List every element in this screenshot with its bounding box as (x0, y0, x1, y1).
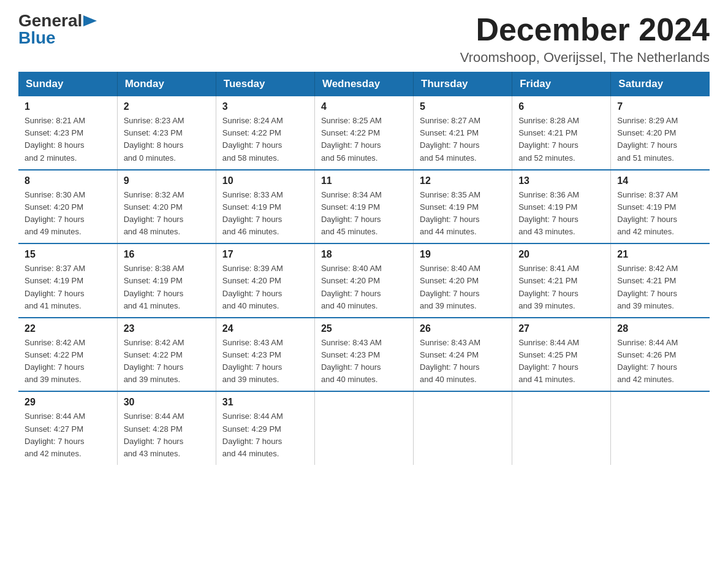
day-number: 12 (420, 175, 506, 186)
calendar-cell: 23 Sunrise: 8:42 AM Sunset: 4:22 PM Dayl… (117, 318, 216, 392)
calendar-cell: 2 Sunrise: 8:23 AM Sunset: 4:23 PM Dayli… (117, 96, 216, 170)
day-number: 18 (321, 249, 407, 260)
calendar-cell: 30 Sunrise: 8:44 AM Sunset: 4:28 PM Dayl… (117, 391, 216, 465)
day-info: Sunrise: 8:29 AM Sunset: 4:20 PM Dayligh… (617, 115, 703, 164)
day-number: 4 (321, 101, 407, 112)
day-number: 17 (222, 249, 308, 260)
day-number: 29 (25, 397, 111, 408)
calendar-cell: 24 Sunrise: 8:43 AM Sunset: 4:23 PM Dayl… (216, 318, 314, 392)
day-info: Sunrise: 8:44 AM Sunset: 4:29 PM Dayligh… (222, 410, 308, 460)
calendar-cell (414, 391, 512, 465)
day-info: Sunrise: 8:40 AM Sunset: 4:20 PM Dayligh… (321, 262, 407, 312)
calendar-cell: 9 Sunrise: 8:32 AM Sunset: 4:20 PM Dayli… (117, 170, 216, 244)
day-info: Sunrise: 8:42 AM Sunset: 4:21 PM Dayligh… (617, 262, 703, 312)
calendar-cell: 26 Sunrise: 8:43 AM Sunset: 4:24 PM Dayl… (414, 318, 512, 392)
calendar-cell: 29 Sunrise: 8:44 AM Sunset: 4:27 PM Dayl… (18, 391, 117, 465)
svg-marker-0 (83, 15, 97, 26)
calendar-week-row: 15 Sunrise: 8:37 AM Sunset: 4:19 PM Dayl… (18, 243, 710, 318)
calendar-week-row: 8 Sunrise: 8:30 AM Sunset: 4:20 PM Dayli… (18, 170, 710, 244)
day-info: Sunrise: 8:43 AM Sunset: 4:23 PM Dayligh… (222, 337, 308, 386)
day-info: Sunrise: 8:27 AM Sunset: 4:21 PM Dayligh… (420, 115, 506, 164)
calendar-cell: 20 Sunrise: 8:41 AM Sunset: 4:21 PM Dayl… (512, 243, 611, 318)
logo-general-text: General (18, 12, 82, 29)
calendar-cell: 10 Sunrise: 8:33 AM Sunset: 4:19 PM Dayl… (216, 170, 314, 244)
day-info: Sunrise: 8:25 AM Sunset: 4:22 PM Dayligh… (321, 115, 407, 164)
day-number: 31 (222, 397, 308, 408)
day-info: Sunrise: 8:23 AM Sunset: 4:23 PM Dayligh… (124, 115, 210, 164)
logo: General Blue (18, 12, 97, 47)
calendar-cell: 14 Sunrise: 8:37 AM Sunset: 4:19 PM Dayl… (611, 170, 710, 244)
calendar-cell: 8 Sunrise: 8:30 AM Sunset: 4:20 PM Dayli… (18, 170, 117, 244)
day-number: 9 (124, 175, 210, 186)
day-number: 3 (222, 101, 308, 112)
day-number: 8 (25, 175, 111, 186)
day-number: 1 (25, 101, 111, 112)
day-info: Sunrise: 8:34 AM Sunset: 4:19 PM Dayligh… (321, 189, 407, 239)
day-info: Sunrise: 8:35 AM Sunset: 4:19 PM Dayligh… (420, 189, 506, 239)
day-info: Sunrise: 8:42 AM Sunset: 4:22 PM Dayligh… (124, 337, 210, 386)
calendar-cell: 7 Sunrise: 8:29 AM Sunset: 4:20 PM Dayli… (611, 96, 710, 170)
day-number: 11 (321, 175, 407, 186)
calendar-cell: 31 Sunrise: 8:44 AM Sunset: 4:29 PM Dayl… (216, 391, 314, 465)
month-title: December 2024 (460, 12, 710, 47)
calendar-cell: 15 Sunrise: 8:37 AM Sunset: 4:19 PM Dayl… (18, 243, 117, 318)
calendar-cell: 16 Sunrise: 8:38 AM Sunset: 4:19 PM Dayl… (117, 243, 216, 318)
page-header: General Blue December 2024 Vroomshoop, O… (18, 12, 710, 66)
day-info: Sunrise: 8:44 AM Sunset: 4:27 PM Dayligh… (25, 410, 111, 460)
day-number: 13 (518, 175, 604, 186)
calendar-cell: 19 Sunrise: 8:40 AM Sunset: 4:20 PM Dayl… (414, 243, 512, 318)
calendar-cell: 4 Sunrise: 8:25 AM Sunset: 4:22 PM Dayli… (314, 96, 413, 170)
title-block: December 2024 Vroomshoop, Overijssel, Th… (460, 12, 710, 66)
day-info: Sunrise: 8:24 AM Sunset: 4:22 PM Dayligh… (222, 115, 308, 164)
day-number: 20 (518, 249, 604, 260)
day-info: Sunrise: 8:43 AM Sunset: 4:23 PM Dayligh… (321, 337, 407, 386)
day-info: Sunrise: 8:44 AM Sunset: 4:28 PM Dayligh… (124, 410, 210, 460)
day-number: 25 (321, 323, 407, 334)
calendar-cell (611, 391, 710, 465)
calendar-week-row: 22 Sunrise: 8:42 AM Sunset: 4:22 PM Dayl… (18, 318, 710, 392)
location-text: Vroomshoop, Overijssel, The Netherlands (460, 50, 710, 66)
day-info: Sunrise: 8:39 AM Sunset: 4:20 PM Dayligh… (222, 262, 308, 312)
column-header-friday: Friday (512, 72, 611, 96)
day-number: 30 (124, 397, 210, 408)
day-info: Sunrise: 8:42 AM Sunset: 4:22 PM Dayligh… (25, 337, 111, 386)
calendar-cell: 21 Sunrise: 8:42 AM Sunset: 4:21 PM Dayl… (611, 243, 710, 318)
day-number: 28 (617, 323, 703, 334)
day-number: 6 (518, 101, 604, 112)
day-number: 27 (518, 323, 604, 334)
calendar-cell: 3 Sunrise: 8:24 AM Sunset: 4:22 PM Dayli… (216, 96, 314, 170)
day-number: 5 (420, 101, 506, 112)
day-number: 16 (124, 249, 210, 260)
column-header-tuesday: Tuesday (216, 72, 314, 96)
day-info: Sunrise: 8:37 AM Sunset: 4:19 PM Dayligh… (617, 189, 703, 239)
day-number: 15 (25, 249, 111, 260)
calendar-cell: 17 Sunrise: 8:39 AM Sunset: 4:20 PM Dayl… (216, 243, 314, 318)
day-info: Sunrise: 8:28 AM Sunset: 4:21 PM Dayligh… (518, 115, 604, 164)
day-info: Sunrise: 8:32 AM Sunset: 4:20 PM Dayligh… (124, 189, 210, 239)
day-number: 2 (124, 101, 210, 112)
calendar-cell: 22 Sunrise: 8:42 AM Sunset: 4:22 PM Dayl… (18, 318, 117, 392)
day-number: 14 (617, 175, 703, 186)
calendar-cell: 28 Sunrise: 8:44 AM Sunset: 4:26 PM Dayl… (611, 318, 710, 392)
day-info: Sunrise: 8:38 AM Sunset: 4:19 PM Dayligh… (124, 262, 210, 312)
day-info: Sunrise: 8:44 AM Sunset: 4:25 PM Dayligh… (518, 337, 604, 386)
day-number: 21 (617, 249, 703, 260)
day-info: Sunrise: 8:21 AM Sunset: 4:23 PM Dayligh… (25, 115, 111, 164)
calendar-cell: 25 Sunrise: 8:43 AM Sunset: 4:23 PM Dayl… (314, 318, 413, 392)
day-number: 23 (124, 323, 210, 334)
calendar-table: SundayMondayTuesdayWednesdayThursdayFrid… (18, 72, 710, 465)
calendar-cell: 1 Sunrise: 8:21 AM Sunset: 4:23 PM Dayli… (18, 96, 117, 170)
calendar-week-row: 29 Sunrise: 8:44 AM Sunset: 4:27 PM Dayl… (18, 391, 710, 465)
calendar-cell: 12 Sunrise: 8:35 AM Sunset: 4:19 PM Dayl… (414, 170, 512, 244)
calendar-header-row: SundayMondayTuesdayWednesdayThursdayFrid… (18, 72, 710, 96)
day-number: 22 (25, 323, 111, 334)
calendar-cell (512, 391, 611, 465)
day-number: 10 (222, 175, 308, 186)
day-number: 24 (222, 323, 308, 334)
calendar-cell: 11 Sunrise: 8:34 AM Sunset: 4:19 PM Dayl… (314, 170, 413, 244)
calendar-cell: 13 Sunrise: 8:36 AM Sunset: 4:19 PM Dayl… (512, 170, 611, 244)
logo-blue-text: Blue (18, 29, 56, 47)
column-header-wednesday: Wednesday (314, 72, 413, 96)
calendar-cell (314, 391, 413, 465)
logo-arrow-icon (83, 15, 97, 26)
